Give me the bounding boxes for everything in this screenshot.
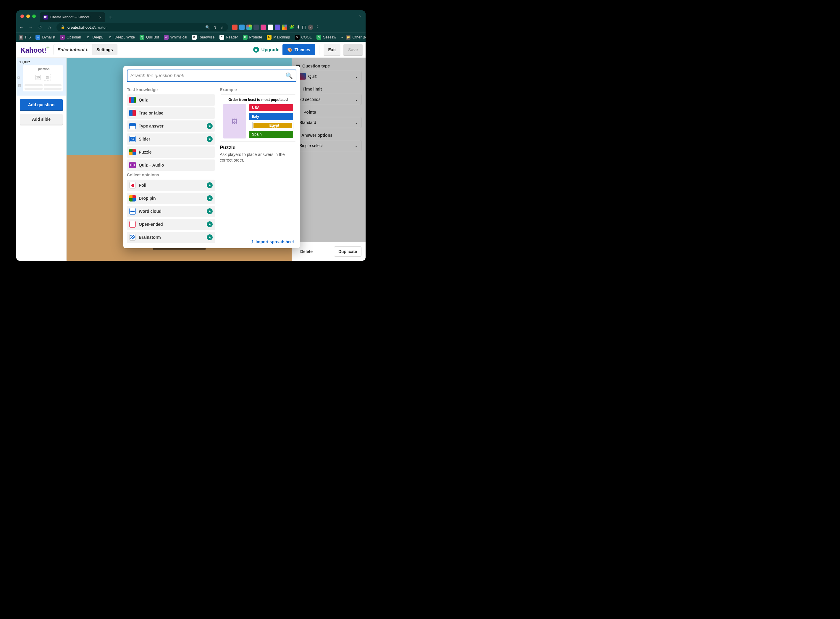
exit-button[interactable]: Exit xyxy=(324,44,341,55)
true-false-icon xyxy=(129,110,136,116)
star-icon: ★ xyxy=(253,47,259,53)
word-cloud-icon xyxy=(129,208,136,215)
maximize-window-icon[interactable] xyxy=(32,15,36,18)
image-placeholder-icon: ▧ xyxy=(44,74,51,81)
bookmark-item[interactable]: RReadwise xyxy=(192,35,215,40)
qtype-word-cloud[interactable]: Word cloud★ xyxy=(127,206,215,217)
save-button: Save xyxy=(343,44,363,55)
bookmark-item[interactable]: ✕COOL xyxy=(295,35,312,40)
question-bank-search[interactable]: 🔍 xyxy=(127,70,296,82)
chevron-down-icon[interactable]: ⌄ xyxy=(358,13,362,18)
browser-tab[interactable]: K! Create kahoot – Kahoot! × xyxy=(40,12,105,22)
panel-icon[interactable]: ◫ xyxy=(302,25,306,30)
lock-icon: 🔒 xyxy=(61,25,65,29)
separator xyxy=(319,45,319,55)
example-answer: Egypt xyxy=(252,122,293,129)
extension-icon[interactable] xyxy=(268,25,273,30)
duplicate-slide-icon[interactable]: ⧉ xyxy=(18,75,21,80)
example-answer: Italy xyxy=(249,113,293,120)
extensions-icon[interactable]: 🧩 xyxy=(289,25,295,30)
section-collect-opinions: Collect opinions xyxy=(127,172,215,177)
bookmarks-overflow[interactable]: » xyxy=(341,35,343,39)
qtype-true-false[interactable]: True or false xyxy=(127,108,215,119)
delete-button[interactable]: Delete xyxy=(296,247,317,257)
other-bookmarks[interactable]: 📁Other Bookmarks xyxy=(346,35,366,40)
chevron-down-icon: ⌄ xyxy=(355,97,358,102)
close-window-icon[interactable] xyxy=(20,15,24,18)
bookmark-item[interactable]: ♦Obsidian xyxy=(60,35,81,40)
quiz-icon xyxy=(129,97,136,103)
qtype-type-answer[interactable]: Type answer★ xyxy=(127,120,215,132)
bookmark-item[interactable]: PPronote xyxy=(243,35,263,40)
add-slide-button[interactable]: Add slide xyxy=(20,114,63,124)
bookmark-item[interactable]: SSeesaw xyxy=(316,35,336,40)
premium-icon: ★ xyxy=(207,234,213,240)
reload-icon[interactable]: ⟳ xyxy=(37,25,43,30)
search-icon[interactable]: 🔍 xyxy=(205,25,210,30)
extension-icon[interactable] xyxy=(239,25,245,30)
settings-button[interactable]: Settings xyxy=(92,44,117,55)
bookmark-item[interactable]: ▦FIS xyxy=(19,35,31,40)
import-spreadsheet-link[interactable]: ⤴ Import spreadsheet xyxy=(251,239,294,244)
qtype-open-ended[interactable]: Open-ended★ xyxy=(127,219,215,230)
points-select[interactable]: Standard⌄ xyxy=(296,117,361,128)
qtype-slider[interactable]: Slider★ xyxy=(127,133,215,145)
qtype-quiz[interactable]: Quiz xyxy=(127,94,215,106)
slide-thumbnail-wrapper[interactable]: 1Quiz ⧉ 🗑 Question 20 ▧ xyxy=(16,58,66,96)
question-settings-panel: ▦Question type Quiz⌄ ⏱Time limit 20 seco… xyxy=(292,58,366,261)
home-icon[interactable]: ⌂ xyxy=(47,25,52,30)
extension-icon[interactable] xyxy=(232,25,237,30)
time-limit-select[interactable]: 20 seconds⌄ xyxy=(296,94,361,105)
back-icon[interactable]: ← xyxy=(19,25,24,30)
tab-favicon: K! xyxy=(43,15,48,19)
bookmark-item[interactable]: MMailchimp xyxy=(267,35,290,40)
search-input[interactable] xyxy=(130,73,283,78)
example-label: Example xyxy=(220,87,296,92)
bookmark-item[interactable]: WWhimsical xyxy=(164,35,187,40)
example-prompt: Order from least to most populated xyxy=(223,98,293,102)
question-type-select[interactable]: Quiz⌄ xyxy=(296,71,361,82)
download-icon[interactable]: ⬇ xyxy=(296,25,300,30)
upgrade-link[interactable]: ★ Upgrade xyxy=(253,47,279,53)
bookmark-item[interactable]: ∞Dynalist xyxy=(36,35,55,40)
extension-icon[interactable] xyxy=(261,25,266,30)
bookmark-item[interactable]: DDeepL Write xyxy=(108,35,135,40)
delete-slide-icon[interactable]: 🗑 xyxy=(18,83,21,88)
profile-icon[interactable]: Y xyxy=(308,25,313,30)
menu-icon[interactable]: ⋮ xyxy=(315,25,319,30)
extensions: 🧩 ⬇ ◫ Y ⋮ xyxy=(232,25,319,30)
search-icon[interactable]: 🔍 xyxy=(285,72,293,79)
kahoot-title-input[interactable] xyxy=(54,47,92,52)
extension-icon[interactable] xyxy=(246,25,252,30)
tab-close-icon[interactable]: × xyxy=(99,15,101,20)
address-bar[interactable]: 🔒 create.kahoot.it/creator 🔍 ⇪ ☆ xyxy=(57,23,228,31)
slide-thumbnail[interactable]: ⧉ 🗑 Question 20 ▧ xyxy=(23,66,63,91)
kahoot-logo[interactable]: Kahoot!+ xyxy=(19,45,51,54)
duplicate-button[interactable]: Duplicate xyxy=(334,247,361,257)
premium-icon: ★ xyxy=(207,221,213,227)
minimize-window-icon[interactable] xyxy=(26,15,30,18)
answer-options-select[interactable]: Single select⌄ xyxy=(296,140,361,151)
add-question-button[interactable]: Add question xyxy=(20,99,63,111)
example-answer: Spain xyxy=(249,131,293,138)
qtype-puzzle[interactable]: Puzzle xyxy=(127,147,215,158)
drop-pin-icon xyxy=(129,195,136,202)
bookmark-item[interactable]: RReader xyxy=(219,35,238,40)
example-name: Puzzle xyxy=(220,145,296,151)
extension-icon[interactable] xyxy=(282,25,287,30)
image-placeholder-icon: 🖼 xyxy=(223,104,246,139)
bookmark-item[interactable]: DDeepL xyxy=(86,35,103,40)
star-icon[interactable]: ☆ xyxy=(220,25,224,30)
themes-button[interactable]: 🎨Themes xyxy=(282,44,315,55)
share-icon[interactable]: ⇪ xyxy=(213,25,217,30)
new-tab-button[interactable]: + xyxy=(109,14,113,21)
extension-icon[interactable] xyxy=(254,25,259,30)
bookmarks-bar: ▦FIS ∞Dynalist ♦Obsidian DDeepL DDeepL W… xyxy=(16,32,366,42)
extension-icon[interactable] xyxy=(275,25,280,30)
canvas: Add more answers › 🔍 Test knowledge Quiz… xyxy=(67,58,292,261)
qtype-poll[interactable]: Poll★ xyxy=(127,179,215,191)
qtype-brainstorm[interactable]: Brainstorm★ xyxy=(127,232,215,243)
qtype-drop-pin[interactable]: Drop pin★ xyxy=(127,193,215,204)
qtype-quiz-audio[interactable]: Quiz + Audio xyxy=(127,160,215,171)
bookmark-item[interactable]: QQuillBot xyxy=(140,35,159,40)
